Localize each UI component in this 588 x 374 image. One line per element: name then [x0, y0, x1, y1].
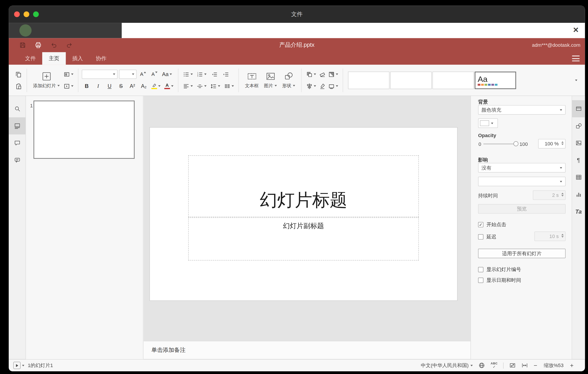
superscript-button[interactable]: A² — [127, 81, 137, 91]
underline-button[interactable]: U — [105, 81, 114, 91]
slide-size-button[interactable] — [327, 81, 339, 91]
font-color-button[interactable]: A — [163, 81, 175, 91]
avatar — [20, 24, 32, 36]
theme-tile-selected[interactable]: Aa — [475, 71, 516, 89]
start-slideshow-button[interactable] — [62, 81, 74, 91]
textart-settings-button[interactable]: Ta — [572, 203, 585, 220]
effect-type-select[interactable] — [478, 177, 566, 186]
insert-image-button[interactable]: 图片 — [261, 67, 280, 93]
tab-home[interactable]: 主页 — [42, 52, 66, 65]
set-language-button[interactable] — [479, 362, 485, 369]
chart-settings-button[interactable] — [572, 186, 585, 203]
font-name-select[interactable] — [82, 70, 117, 79]
save-button[interactable] — [18, 41, 27, 50]
duration-input[interactable]: 2 s — [533, 190, 566, 200]
increase-font-size-button[interactable]: A — [138, 69, 148, 79]
search-button[interactable] — [9, 100, 25, 117]
align-shape-button[interactable] — [305, 81, 317, 91]
zoom-out-button[interactable]: − — [534, 362, 537, 369]
notes-area[interactable]: 单击添加备注 — [143, 341, 471, 359]
bullets-button[interactable] — [182, 69, 194, 79]
change-case-button[interactable]: Aa — [161, 69, 173, 79]
undo-button[interactable] — [49, 41, 58, 50]
horizontal-align-button[interactable] — [182, 81, 194, 91]
close-window-button[interactable] — [14, 11, 20, 17]
decrease-indent-button[interactable] — [209, 69, 219, 79]
spinner-arrows-icon[interactable] — [561, 193, 564, 196]
slide-subtitle-placeholder[interactable]: 幻灯片副标题 — [188, 217, 419, 260]
spinner-arrows-icon[interactable] — [561, 141, 564, 145]
theme-tile[interactable] — [432, 71, 474, 89]
effect-select[interactable]: 没有 — [478, 163, 566, 173]
vertical-align-button[interactable] — [196, 81, 208, 91]
start-on-click-checkbox[interactable]: ✓ 开始点击 — [478, 221, 506, 228]
clear-style-button[interactable] — [317, 69, 327, 79]
image-settings-button[interactable] — [572, 134, 585, 152]
numbering-button[interactable]: 123 — [196, 69, 208, 79]
font-size-select[interactable] — [119, 70, 136, 79]
tab-insert[interactable]: 插入 — [66, 52, 90, 65]
opacity-value: 100 % — [545, 141, 559, 147]
background-color-picker[interactable] — [478, 118, 498, 128]
subscript-button[interactable]: A₂ — [139, 81, 148, 91]
slide-title-placeholder[interactable]: 幻灯片标题 — [188, 155, 419, 217]
slide-thumbnail[interactable] — [33, 100, 135, 159]
spellcheck-button[interactable]: ABC✓ — [491, 362, 497, 369]
increase-indent-button[interactable] — [220, 69, 230, 79]
table-settings-button[interactable] — [572, 169, 585, 186]
show-date-time-checkbox[interactable]: 显示日期和时间 — [478, 277, 521, 284]
show-slide-number-checkbox[interactable]: 显示幻灯片编号 — [478, 266, 521, 273]
italic-button[interactable]: I — [93, 81, 103, 91]
minimize-window-button[interactable] — [24, 11, 30, 17]
theme-gallery-expand-button[interactable] — [571, 71, 581, 89]
background-fill-select[interactable]: 颜色填充 — [478, 105, 566, 115]
paste-button[interactable] — [13, 81, 23, 91]
opacity-slider[interactable] — [483, 143, 517, 144]
fit-to-width-button[interactable] — [522, 362, 528, 369]
color-scheme-button[interactable] — [327, 69, 339, 79]
comments-button[interactable] — [9, 134, 25, 152]
save-icon — [19, 42, 26, 49]
arrange-shape-button[interactable] — [305, 69, 317, 79]
hamburger-menu-icon[interactable] — [572, 56, 580, 62]
insert-shape-button[interactable]: 形状 — [280, 67, 298, 93]
zoom-in-button[interactable]: + — [570, 362, 574, 369]
print-button[interactable] — [33, 41, 43, 50]
slides-panel-button[interactable] — [9, 117, 25, 134]
fit-to-slide-button[interactable] — [509, 362, 516, 369]
spinner-arrows-icon[interactable] — [561, 234, 564, 238]
tab-file[interactable]: 文件 — [19, 52, 42, 65]
close-icon[interactable]: ✕ — [573, 25, 579, 35]
document-language-button[interactable]: 中文(中华人民共和国) — [421, 362, 473, 369]
strikethrough-button[interactable]: S — [116, 81, 126, 91]
theme-tile[interactable] — [348, 71, 390, 89]
delay-input[interactable]: 10 s — [534, 231, 566, 241]
theme-tile[interactable] — [390, 71, 432, 89]
opacity-input[interactable]: 100 % — [538, 139, 566, 149]
copy-style-button[interactable] — [317, 81, 327, 91]
paragraph-settings-button[interactable]: ¶ — [572, 152, 585, 169]
bold-button[interactable]: B — [82, 81, 92, 91]
chevron-down-icon — [71, 74, 73, 75]
preview-button[interactable]: 预览 — [478, 204, 566, 214]
slide-settings-button[interactable] — [572, 100, 585, 117]
insert-textbox-button[interactable]: 文本框 — [242, 67, 261, 93]
add-slide-button[interactable]: 添加幻灯片 — [30, 67, 62, 93]
slide[interactable]: 幻灯片标题 幻灯片副标题 — [150, 128, 457, 300]
highlight-color-button[interactable] — [150, 81, 161, 91]
slide-canvas[interactable]: 幻灯片标题 幻灯片副标题 — [143, 96, 471, 341]
shape-settings-button[interactable] — [572, 117, 585, 134]
start-slideshow-statusbar-button[interactable] — [13, 362, 24, 369]
redo-button[interactable] — [64, 41, 74, 50]
decrease-font-size-button[interactable]: A — [149, 69, 159, 79]
delay-checkbox[interactable]: 延迟 — [478, 233, 496, 241]
opacity-slider-knob[interactable] — [513, 141, 518, 146]
change-slide-layout-button[interactable] — [62, 69, 74, 79]
copy-button[interactable] — [13, 69, 23, 79]
line-spacing-button[interactable] — [209, 81, 221, 91]
tab-collaboration[interactable]: 协作 — [89, 52, 113, 65]
apply-to-all-slides-button[interactable]: 适用于所有幻灯片 — [478, 249, 566, 258]
chat-button[interactable] — [9, 152, 25, 169]
fullscreen-window-button[interactable] — [33, 11, 39, 17]
insert-columns-button[interactable] — [223, 81, 235, 91]
